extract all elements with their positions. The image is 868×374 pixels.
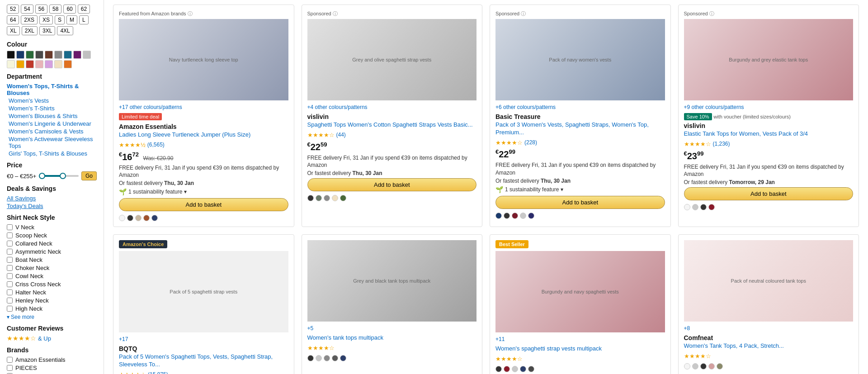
- color-swatch-6[interactable]: [64, 51, 72, 59]
- product-swatch-2[interactable]: [700, 204, 707, 210]
- sustainability-feature[interactable]: 🌱 1 sustainability feature ▾: [495, 186, 665, 193]
- deals-link[interactable]: Today's Deals: [7, 203, 97, 209]
- product-swatch-3[interactable]: [143, 215, 150, 221]
- size-button-64[interactable]: 64: [7, 15, 19, 24]
- neck-style-checkbox[interactable]: [7, 273, 13, 279]
- color-variations-link[interactable]: +17: [119, 336, 288, 342]
- size-button-58[interactable]: 58: [49, 5, 61, 14]
- product-swatch-0[interactable]: [684, 363, 690, 369]
- rating-count[interactable]: (1,236): [713, 141, 730, 147]
- color-swatch-7[interactable]: [73, 51, 81, 59]
- product-swatch-3[interactable]: [520, 213, 526, 219]
- rating-count[interactable]: (44): [336, 132, 346, 138]
- neck-style-item[interactable]: Boat Neck: [7, 256, 97, 263]
- neck-style-checkbox[interactable]: [7, 265, 13, 271]
- dept-link[interactable]: Women's Vests: [7, 97, 97, 104]
- price-slider[interactable]: [39, 175, 79, 177]
- neck-style-item[interactable]: High Neck: [7, 305, 97, 312]
- product-title[interactable]: Elastic Tank Tops for Women, Vests Pack …: [684, 130, 854, 138]
- product-image-area[interactable]: Grey and black tank tops multipack: [307, 240, 477, 322]
- size-button-S[interactable]: S: [55, 15, 65, 24]
- neck-style-checkbox[interactable]: [7, 257, 13, 263]
- dept-link[interactable]: Women's Tops, T-Shirts & Blouses: [7, 83, 97, 96]
- product-image[interactable]: Burgundy and grey elastic tank tops: [684, 19, 854, 100]
- product-swatch-0[interactable]: [307, 355, 314, 361]
- size-button-3XL[interactable]: 3XL: [39, 26, 55, 35]
- product-swatch-0[interactable]: [119, 215, 125, 221]
- product-title[interactable]: Ladies Long Sleeve Turtleneck Jumper (Pl…: [119, 131, 288, 139]
- dept-link[interactable]: Girls' Tops, T-Shirts & Blouses: [7, 150, 97, 157]
- product-image[interactable]: Pack of 5 spaghetti strap vests: [119, 251, 288, 332]
- product-image[interactable]: Navy turtleneck long sleeve top: [119, 19, 288, 100]
- color-swatch-11[interactable]: [26, 60, 34, 68]
- product-swatch-4[interactable]: [528, 213, 534, 219]
- neck-style-item[interactable]: Criss Cross Neck: [7, 281, 97, 288]
- product-swatch-2[interactable]: [324, 195, 330, 201]
- brand-item[interactable]: Amazon Essentials: [7, 356, 97, 363]
- product-swatch-3[interactable]: [520, 366, 526, 372]
- add-to-basket-button[interactable]: Add to basket: [119, 198, 288, 211]
- color-swatch-10[interactable]: [16, 60, 24, 68]
- info-icon[interactable]: ⓘ: [521, 11, 526, 16]
- product-title[interactable]: Pack of 5 Women's Spaghetti Tops, Vests,…: [119, 353, 288, 369]
- size-button-M[interactable]: M: [66, 15, 77, 24]
- size-button-2XL[interactable]: 2XL: [22, 26, 38, 35]
- neck-style-item[interactable]: Choker Neck: [7, 265, 97, 271]
- sustainability-feature[interactable]: 🌱 1 sustainability feature ▾: [119, 188, 288, 195]
- color-swatch-15[interactable]: [64, 60, 72, 68]
- color-variations-link[interactable]: +5: [307, 325, 477, 331]
- product-swatch-2[interactable]: [512, 213, 518, 219]
- neck-style-checkbox[interactable]: [7, 224, 13, 230]
- dept-link[interactable]: Women's Camisoles & Vests: [7, 128, 97, 135]
- color-swatch-2[interactable]: [26, 51, 34, 59]
- product-swatch-0[interactable]: [684, 204, 690, 210]
- product-image[interactable]: Pack of neutral coloured tank tops: [684, 240, 854, 322]
- product-swatch-4[interactable]: [717, 363, 723, 369]
- neck-style-item[interactable]: Scoop Neck: [7, 232, 97, 239]
- price-slider-max[interactable]: [60, 173, 66, 179]
- size-button-L[interactable]: L: [79, 15, 89, 24]
- size-button-XL[interactable]: XL: [7, 26, 20, 35]
- neck-style-item[interactable]: Halter Neck: [7, 289, 97, 296]
- size-button-4XL[interactable]: 4XL: [57, 26, 73, 35]
- rating-count[interactable]: (6,565): [147, 142, 165, 148]
- product-title[interactable]: Pack of 3 Women's Vests, Spaghetti Strap…: [495, 121, 665, 137]
- product-swatch-4[interactable]: [340, 355, 346, 361]
- color-variations-link[interactable]: +17 other colours/patterns: [119, 104, 288, 110]
- color-variations-link[interactable]: +4 other colours/patterns: [307, 104, 477, 110]
- dept-link[interactable]: Women's T-Shirts: [7, 105, 97, 112]
- size-button-2XS[interactable]: 2XS: [21, 15, 38, 24]
- product-swatch-1[interactable]: [692, 204, 698, 210]
- product-swatch-0[interactable]: [495, 213, 502, 219]
- brand-checkbox[interactable]: [7, 365, 13, 371]
- product-swatch-0[interactable]: [495, 366, 502, 372]
- product-swatch-1[interactable]: [316, 195, 322, 201]
- product-image[interactable]: Grey and olive spaghetti strap vests: [307, 19, 477, 100]
- size-button-XS[interactable]: XS: [39, 15, 53, 24]
- dept-link[interactable]: Women's Lingerie & Underwear: [7, 120, 97, 127]
- product-swatch-4[interactable]: [340, 195, 346, 201]
- product-title[interactable]: Spaghetti Tops Women's Cotton Spaghetti …: [307, 121, 477, 129]
- brand-checkbox[interactable]: [7, 357, 13, 363]
- dept-link[interactable]: Women's Activewear Sleeveless Tops: [7, 136, 97, 149]
- product-image[interactable]: Grey and black tank tops multipack: [307, 240, 477, 322]
- product-swatch-3[interactable]: [332, 195, 338, 201]
- dept-link[interactable]: Women's Blouses & Shirts: [7, 113, 97, 119]
- product-title[interactable]: Women's tank tops multipack: [307, 334, 477, 342]
- color-swatch-3[interactable]: [35, 51, 43, 59]
- info-icon[interactable]: ⓘ: [333, 11, 338, 16]
- neck-style-checkbox[interactable]: [7, 249, 13, 255]
- add-to-basket-button[interactable]: Add to basket: [307, 178, 477, 191]
- info-icon[interactable]: ⓘ: [188, 11, 193, 16]
- neck-style-checkbox[interactable]: [7, 241, 13, 246]
- add-to-basket-button[interactable]: Add to basket: [684, 187, 854, 200]
- brand-item[interactable]: PIECES: [7, 365, 97, 371]
- product-title[interactable]: Women's Tank Tops, 4 Pack, Stretch...: [684, 342, 854, 350]
- neck-style-item[interactable]: Henley Neck: [7, 297, 97, 304]
- size-button-60[interactable]: 60: [63, 5, 75, 14]
- product-swatch-3[interactable]: [332, 355, 338, 361]
- rating-count[interactable]: (15,975): [148, 371, 168, 374]
- product-image[interactable]: Pack of navy women's vests: [495, 19, 665, 100]
- neck-style-item[interactable]: V Neck: [7, 224, 97, 231]
- product-title[interactable]: Women's spaghetti strap vests multipack: [495, 345, 665, 353]
